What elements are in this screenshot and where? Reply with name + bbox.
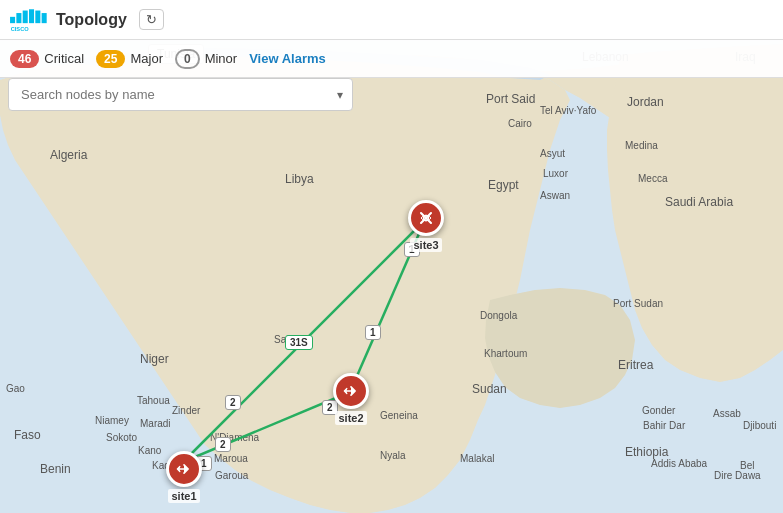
search-input[interactable] — [8, 78, 353, 111]
svg-rect-3 — [29, 9, 34, 23]
svg-rect-5 — [42, 13, 47, 23]
link-badge-31s: 31S — [285, 335, 313, 350]
cisco-logo: CISCO — [10, 8, 48, 32]
major-label: Major — [130, 51, 163, 66]
site1-label: site1 — [168, 489, 199, 503]
critical-count: 46 — [10, 50, 39, 68]
link-badge-site2-site3-1: 1 — [365, 325, 381, 340]
page-title: Topology — [56, 11, 127, 29]
svg-rect-0 — [10, 16, 15, 22]
link-badge-site1-site3-2: 2 — [225, 395, 241, 410]
major-alarm[interactable]: 25 Major — [96, 50, 163, 68]
major-count: 25 — [96, 50, 125, 68]
site3-icon — [408, 200, 444, 236]
view-alarms-link[interactable]: View Alarms — [249, 51, 326, 66]
site3-label: site3 — [410, 238, 441, 252]
svg-rect-4 — [35, 10, 40, 23]
site2-marker[interactable]: site2 — [333, 373, 369, 425]
svg-text:CISCO: CISCO — [11, 25, 30, 31]
link-badge-site1-2: 2 — [215, 437, 231, 452]
svg-rect-2 — [23, 10, 28, 23]
critical-alarm[interactable]: 46 Critical — [10, 50, 84, 68]
site1-icon — [166, 451, 202, 487]
svg-rect-1 — [16, 13, 21, 23]
minor-alarm[interactable]: 0 Minor — [175, 49, 237, 69]
minor-count: 0 — [175, 49, 200, 69]
site2-label: site2 — [335, 411, 366, 425]
site3-marker[interactable]: site3 — [408, 200, 444, 252]
refresh-button[interactable]: ↻ — [139, 9, 164, 30]
topbar: CISCO Topology ↻ — [0, 0, 783, 40]
alarm-bar: 46 Critical 25 Major 0 Minor View Alarms — [0, 40, 783, 78]
search-bar: ▾ — [8, 78, 353, 111]
critical-label: Critical — [44, 51, 84, 66]
site1-marker[interactable]: site1 — [166, 451, 202, 503]
site2-icon — [333, 373, 369, 409]
minor-label: Minor — [205, 51, 238, 66]
